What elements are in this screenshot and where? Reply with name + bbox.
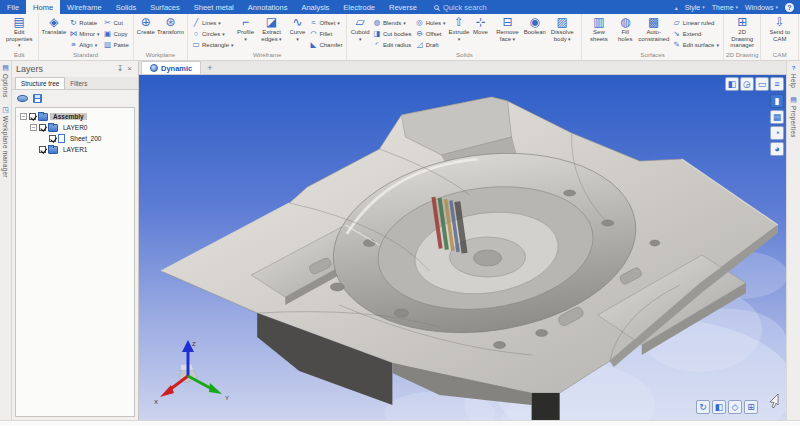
view-cube-icon[interactable]: ◧ — [725, 77, 739, 91]
properties-tab[interactable]: ▤Properties — [790, 96, 797, 138]
tree-node-layer0[interactable]: −LAYER0 — [16, 122, 134, 133]
ribbon-button-profile[interactable]: ⌐Profile ▾ — [236, 15, 256, 51]
pin-icon[interactable]: ↧ — [115, 65, 126, 73]
grid-display-icon[interactable]: ▦ — [770, 110, 784, 124]
ribbon-button-draft[interactable]: ◿Draft — [415, 39, 447, 50]
ribbon-button-auto-constrained[interactable]: ▩Auto-constrained — [637, 15, 671, 51]
close-icon[interactable]: × — [125, 65, 134, 73]
window-view-icon[interactable]: ▭ — [755, 77, 769, 91]
axis-triad: Z X Y — [151, 338, 235, 408]
viewport-3d[interactable]: Z X Y ◧◶▭≡ ▮▦◔◕ ↻◧◇⊞ — [139, 75, 786, 420]
ribbon-button-chamfer[interactable]: ◣Chamfer — [308, 39, 343, 50]
ribbon-button-dissolve-body[interactable]: ▨Dissolve body ▾ — [545, 15, 579, 51]
options-tab[interactable]: ▤Options — [2, 64, 9, 98]
orbit-icon[interactable]: ↻ — [696, 400, 710, 414]
menu-tab-electrode[interactable]: Electrode — [336, 0, 382, 14]
panel-tab-filters[interactable]: Filters — [65, 77, 92, 89]
new-tab-button[interactable]: + — [201, 63, 218, 73]
collapse-icon[interactable]: − — [20, 113, 27, 120]
cut-icon: ✂ — [104, 19, 112, 27]
view-orient-icon[interactable]: ◔ — [770, 126, 784, 140]
ribbon-button-holes[interactable]: ◎Holes▾ — [415, 17, 447, 28]
layer-manager-icon[interactable] — [17, 95, 28, 102]
menubar-theme-menu[interactable]: Theme▾ — [712, 4, 738, 11]
document-tab-dynamic[interactable]: Dynamic — [141, 61, 201, 74]
help-tab[interactable]: ?Help — [790, 64, 798, 88]
ribbon-button-send-to-cam[interactable]: ⇩Send to CAM — [763, 15, 796, 51]
ribbon-button-boolean[interactable]: ◉Boolean — [524, 15, 545, 51]
ribbon-button-edit-radius[interactable]: ◜Edit radius — [372, 39, 413, 50]
ribbon-button-copy[interactable]: ▣Copy — [103, 28, 130, 39]
collapse-icon[interactable]: − — [30, 124, 37, 131]
spin-view-icon[interactable]: ◕ — [770, 142, 784, 156]
ribbon-stack: ▱Linear ruled↘Extend✎Edit surface▾ — [671, 15, 721, 51]
tree-node-sheet-200[interactable]: Sheet_200 — [16, 133, 134, 144]
visibility-checkbox[interactable] — [39, 146, 46, 153]
ribbon-button-extend[interactable]: ↘Extend — [672, 28, 720, 39]
center-column: Dynamic+ — [139, 61, 786, 420]
menu-tab-file[interactable]: File — [0, 0, 26, 14]
ribbon-button-extract-edges[interactable]: ◪Extract edges ▾ — [256, 15, 288, 51]
menu-tab-surfaces[interactable]: Surfaces — [143, 0, 187, 14]
ribbon-button-cut[interactable]: ✂Cut — [103, 17, 130, 28]
menu-tab-reverse[interactable]: Reverse — [382, 0, 424, 14]
visibility-checkbox[interactable] — [39, 124, 46, 131]
ribbon-button-curve[interactable]: ∿Curve ▾ — [287, 15, 307, 51]
ribbon-button-move[interactable]: ⊹Move — [470, 15, 490, 51]
ribbon-button-edit-properties[interactable]: ▤Edit properties ▾ — [3, 15, 36, 51]
transform-icon: ⊛ — [165, 16, 175, 29]
ribbon-button-extrude[interactable]: ⇧Extrude ▾ — [447, 15, 470, 51]
ribbon-button-cut-bodies[interactable]: ◨Cut bodies — [372, 28, 413, 39]
view-menu-icon[interactable]: ≡ — [770, 77, 784, 91]
ribbon-button-offset[interactable]: ≈Offset▾ — [308, 17, 343, 28]
ribbon-button-label: Extrude ▾ — [448, 29, 469, 42]
tree-node-layer1[interactable]: LAYER1 — [16, 144, 134, 155]
ribbon-button-linear-ruled[interactable]: ▱Linear ruled — [672, 17, 720, 28]
tree-node-assembly[interactable]: −Assembly — [16, 111, 134, 122]
ribbon-button-blends[interactable]: ◍Blends▾ — [372, 17, 413, 28]
menu-tab-analysis[interactable]: Analysis — [294, 0, 336, 14]
menubar-style-menu[interactable]: Style▾ — [685, 4, 705, 11]
panel-tab-structure-tree[interactable]: Structure tree — [15, 77, 65, 89]
ribbon-button-translate[interactable]: ◈Translate — [41, 15, 68, 51]
sketch-view-icon[interactable]: ◶ — [740, 77, 754, 91]
menu-tab-home[interactable]: Home — [26, 0, 60, 14]
ribbon-button-transform[interactable]: ⊛Transform — [156, 15, 185, 51]
ribbon-button-sew-sheets[interactable]: ▥Sew sheets — [584, 15, 614, 51]
ribbon-button-paste[interactable]: ▥Paste — [103, 39, 130, 50]
ribbon-button-2d-drawing-manager[interactable]: ⊞2D Drawing manager — [726, 15, 759, 51]
help-icon[interactable]: ? — [785, 3, 794, 12]
shaded-display-icon[interactable]: ▮ — [770, 94, 784, 108]
tile-view-icon[interactable]: ⊞ — [744, 400, 758, 414]
wireframe-cube-icon[interactable]: ◇ — [728, 400, 742, 414]
ribbon-button-mirror[interactable]: ⋈Mirror▾ — [68, 28, 100, 39]
ribbon-button-fillet[interactable]: ◠Fillet — [308, 28, 343, 39]
menu-tab-wireframe[interactable]: Wireframe — [60, 0, 109, 14]
ribbon-button-cuboid[interactable]: ▱Cuboid ▾ — [349, 15, 371, 51]
layers-panel-header: Layers ↧ × — [12, 61, 138, 77]
save-icon[interactable] — [33, 94, 42, 103]
ribbon-button-rotate[interactable]: ↻Rotate — [68, 17, 100, 28]
ribbon-button-rectangle[interactable]: ▭Rectangle▾ — [191, 39, 235, 50]
ribbon-button-edit-surface[interactable]: ✎Edit surface▾ — [672, 39, 720, 50]
menu-tab-sheet-metal[interactable]: Sheet metal — [187, 0, 241, 14]
send-to-cam-icon: ⇩ — [775, 16, 785, 29]
menu-tab-annotations[interactable]: Annotations — [241, 0, 295, 14]
fillet-icon: ◠ — [309, 30, 317, 38]
ribbon-button-fill-holes[interactable]: ◍Fill holes — [614, 15, 637, 51]
ribbon-button-remove-face[interactable]: ⊟Remove face ▾ — [490, 15, 524, 51]
visibility-checkbox[interactable] — [49, 135, 56, 142]
collapse-ribbon-icon[interactable]: ▴ — [675, 4, 678, 11]
workplane-manager-tab[interactable]: ◳Workplane manager — [2, 106, 9, 178]
ribbon-button-create[interactable]: ⊕Create — [136, 15, 156, 51]
ribbon-button-circles[interactable]: ○Circles▾ — [191, 28, 235, 39]
visibility-checkbox[interactable] — [29, 113, 36, 120]
ribbon-button-lines[interactable]: ╱Lines▾ — [191, 17, 235, 28]
ribbon-group-body: ▤Edit properties ▾ — [3, 15, 36, 51]
ribbon-button-align[interactable]: ≡Align▾ — [68, 39, 100, 50]
menu-tab-solids[interactable]: Solids — [109, 0, 143, 14]
quick-search[interactable]: Quick search — [434, 0, 487, 14]
shaded-cube-icon[interactable]: ◧ — [712, 400, 726, 414]
menubar-windows-menu[interactable]: Windows▾ — [745, 4, 778, 11]
ribbon-button-offset[interactable]: ⊖Offset — [415, 28, 447, 39]
